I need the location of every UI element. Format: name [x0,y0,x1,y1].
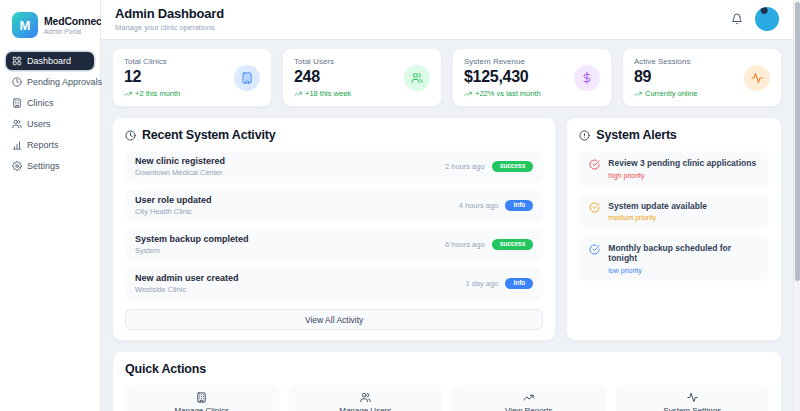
stat-value: $125,430 [464,68,541,86]
stat-trend-label: +22% vs last month [475,89,541,98]
stat-value: 12 [124,68,180,86]
activity-list: New clinic registered Downtown Medical C… [125,151,543,300]
brand-logo: M [12,12,38,38]
alerts-panel-header: System Alerts [579,128,769,142]
users-icon [411,72,423,84]
check-circle-icon[interactable] [589,202,600,213]
brand-name: MedConnect [44,15,105,27]
status-badge: success [492,161,534,173]
alert-priority: low priority [608,267,759,274]
quick-action-button[interactable]: System Settings [616,385,770,411]
activity-title: System backup completed [135,234,249,244]
sidebar-item-label: Clinics [27,98,54,108]
alert-text: Monthly backup scheduled for tonight [608,243,759,263]
sidebar-item-label: Users [27,119,51,129]
trending-up-icon [124,90,132,98]
quick-action-button[interactable]: View Reports [452,385,606,411]
stat-trend: +22% vs last month [464,89,541,98]
activity-subtitle: Westside Clinic [135,285,239,294]
quick-action-button[interactable]: Manage Users [289,385,443,411]
stat-label: Active Sessions [634,57,698,66]
alerts-list: Review 3 pending clinic applications hig… [579,151,769,281]
trending-up-icon [294,90,302,98]
quick-action-label: View Reports [505,406,552,411]
header-actions [731,7,779,31]
activity-icon [751,72,763,84]
alert-circle-icon [579,130,590,141]
sidebar-item[interactable]: Clinics [6,94,94,112]
activity-panel-header: Recent System Activity [125,128,543,142]
alert-priority: high priority [608,172,756,179]
alert-priority: medium priority [608,214,707,221]
scrollbar-thumb[interactable] [795,2,800,281]
stats-row: Total Clinics 12 +2 this month [112,48,782,107]
activity-text: New admin user created Westside Clinic [135,273,239,294]
stat-label: System Revenue [464,57,541,66]
sidebar: M MedConnect Admin Portal Dashboard Pend… [0,0,101,411]
activity-timestamp: 6 hours ago [445,240,485,249]
stat-icon-circle [404,65,430,91]
alert-text: Review 3 pending clinic applications [608,158,756,168]
sidebar-item-label: Reports [27,140,59,150]
sidebar-item[interactable]: Reports [6,136,94,154]
stat-value: 89 [634,68,698,86]
sidebar-item[interactable]: Users [6,115,94,133]
stat-card: Total Users 248 +18 this week [282,48,442,107]
recent-activity-panel: Recent System Activity New clinic regist… [112,117,556,341]
header-titles: Admin Dashboard Manage your clinic opera… [115,6,224,32]
brand: M MedConnect Admin Portal [6,10,94,52]
stat-label: Total Clinics [124,57,180,66]
main-area: Admin Dashboard Manage your clinic opera… [101,0,793,411]
scrollbar[interactable] [793,0,800,411]
brand-text: MedConnect Admin Portal [44,15,105,35]
activity-panel-title: Recent System Activity [142,128,275,142]
sidebar-item[interactable]: Pending Approvals [6,73,94,91]
activity-timestamp: 4 hours ago [459,201,499,210]
quick-action-button[interactable]: Manage Clinics [125,385,279,411]
status-badge: success [492,239,534,251]
activity-subtitle: City Health Clinic [135,207,212,216]
quick-actions-grid: Manage Clinics Manage Users View Reports [125,385,769,411]
sidebar-item-label: Settings [27,161,60,171]
header: Admin Dashboard Manage your clinic opera… [101,0,793,40]
bar-chart-icon [12,140,22,150]
sidebar-item[interactable]: Dashboard [6,52,94,70]
bell-icon[interactable] [731,13,743,25]
quick-action-label: System Settings [663,406,721,411]
avatar[interactable] [755,7,779,31]
activity-title: New admin user created [135,273,239,283]
users-icon [12,119,22,129]
quick-action-label: Manage Clinics [174,406,229,411]
activity-text: New clinic registered Downtown Medical C… [135,156,225,177]
alert-text-block: Review 3 pending clinic applications hig… [608,158,756,179]
alert-text-block: System update available medium priority [608,201,707,222]
stat-card: System Revenue $125,430 +22% vs last mon… [452,48,612,107]
stat-trend: Currently online [634,89,698,98]
activity-row: User role updated City Health Clinic 4 h… [125,190,543,222]
building-icon [196,392,207,403]
activity-title: User role updated [135,195,212,205]
alert-row: Review 3 pending clinic applications hig… [579,151,769,186]
activity-text: System backup completed System [135,234,249,255]
activity-subtitle: Downtown Medical Center [135,168,225,177]
check-circle-icon[interactable] [589,244,600,255]
users-icon [360,392,371,403]
check-circle-icon[interactable] [589,159,600,170]
activity-meta: 1 day ago info [465,278,533,290]
stat-info: Total Users 248 +18 this week [294,57,351,98]
stat-icon-circle [574,65,600,91]
clock-icon [12,77,22,87]
stat-card: Active Sessions 89 Currently online [622,48,782,107]
status-badge: info [505,278,533,290]
page-subtitle: Manage your clinic operations [115,23,224,32]
stat-icon-circle [744,65,770,91]
view-all-activity-button[interactable]: View All Activity [125,309,543,330]
activity-meta: 6 hours ago success [445,239,533,251]
sidebar-item[interactable]: Settings [6,157,94,175]
activity-row: System backup completed System 6 hours a… [125,229,543,261]
stat-trend: +18 this week [294,89,351,98]
alert-text: System update available [608,201,707,211]
sidebar-nav: Dashboard Pending Approvals Clinics User… [6,52,94,175]
stat-trend-label: +2 this month [135,89,180,98]
alert-text-block: Monthly backup scheduled for tonight low… [608,243,759,274]
